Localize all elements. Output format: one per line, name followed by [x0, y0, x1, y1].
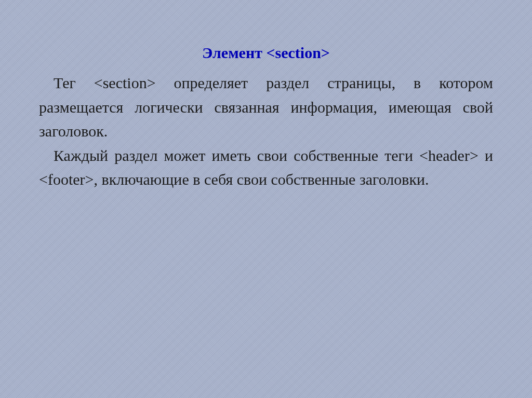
- paragraph-1: Тег <section> определяет раздел страницы…: [39, 71, 493, 144]
- paragraph-2: Каждый раздел может иметь свои собственн…: [39, 144, 493, 192]
- slide-title: Элемент <section>: [39, 44, 493, 62]
